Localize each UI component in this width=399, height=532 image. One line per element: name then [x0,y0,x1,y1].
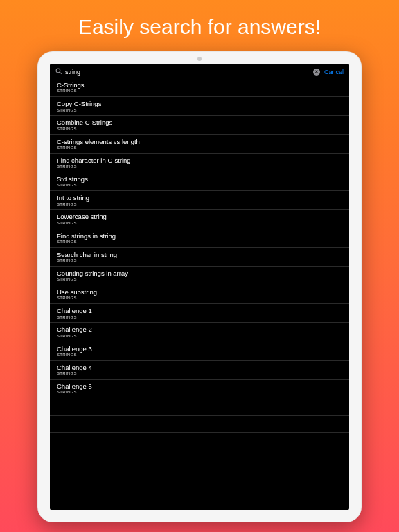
svg-line-1 [60,72,61,73]
list-item-title: Std strings [57,175,342,183]
list-item-empty [50,433,349,450]
list-item[interactable]: C-strings elements vs lengthSTRINGS [50,135,349,154]
list-item-subtitle: STRINGS [57,315,342,321]
cancel-button[interactable]: Cancel [324,69,344,76]
list-item[interactable]: Search char in stringSTRINGS [50,248,349,267]
list-item-title: Find character in C-string [57,157,342,164]
search-icon [55,68,62,76]
list-item-subtitle: STRINGS [57,145,342,151]
list-item-subtitle: STRINGS [57,164,342,170]
list-item-subtitle: STRINGS [57,353,342,358]
app-screen: ✕ Cancel C-StringsSTRINGSCopy C-StringsS… [50,64,349,510]
list-item-title: Search char in string [57,251,342,258]
list-item[interactable]: Int to stringSTRINGS [50,191,349,210]
list-item-title: Challenge 5 [57,382,342,390]
list-item-subtitle: STRINGS [57,371,342,377]
list-item-title: Int to string [57,194,342,202]
list-item-subtitle: STRINGS [57,240,342,245]
list-item[interactable]: Challenge 1STRINGS [50,304,349,323]
list-item[interactable]: Find character in C-stringSTRINGS [50,154,349,172]
promo-headline: Easily search for answers! [0,0,399,51]
list-item-subtitle: STRINGS [57,108,342,114]
list-item[interactable]: Std stringsSTRINGS [50,172,349,191]
list-item-subtitle: STRINGS [57,334,342,339]
list-item-title: Counting strings in array [57,269,342,277]
list-item-subtitle: STRINGS [57,277,342,283]
list-item[interactable]: Challenge 2STRINGS [50,323,349,342]
list-item-title: Challenge 2 [57,326,342,333]
clear-search-icon[interactable]: ✕ [313,69,320,76]
list-item-subtitle: STRINGS [57,183,342,188]
list-item[interactable]: Challenge 5STRINGS [50,380,349,398]
list-item-title: Challenge 3 [57,345,342,353]
list-item-title: C-strings elements vs length [57,138,342,145]
list-item-title: Combine C-Strings [57,118,342,126]
device-frame: ✕ Cancel C-StringsSTRINGSCopy C-StringsS… [37,51,362,522]
list-item[interactable]: Lowercase stringSTRINGS [50,210,349,229]
list-item-subtitle: STRINGS [57,202,342,208]
list-item-empty [50,416,349,433]
list-item-title: C-Strings [57,81,342,89]
list-item-title: Find strings in string [57,232,342,240]
list-item-subtitle: STRINGS [57,390,342,396]
list-item-title: Copy C-Strings [57,100,342,107]
list-item-title: Lowercase string [57,213,342,220]
list-item[interactable]: C-StringsSTRINGS [50,78,349,97]
list-item[interactable]: Challenge 3STRINGS [50,342,349,361]
list-item[interactable]: Combine C-StringsSTRINGS [50,116,349,134]
list-item-subtitle: STRINGS [57,127,342,132]
list-item[interactable]: Use substringSTRINGS [50,285,349,304]
list-item[interactable]: Find strings in stringSTRINGS [50,229,349,248]
list-item[interactable]: Challenge 4STRINGS [50,361,349,380]
list-item-subtitle: STRINGS [57,89,342,94]
search-input[interactable] [65,69,310,76]
search-bar: ✕ Cancel [50,64,349,78]
list-item-title: Use substring [57,288,342,296]
list-item-title: Challenge 1 [57,307,342,314]
list-item-subtitle: STRINGS [57,221,342,227]
list-item-title: Challenge 4 [57,364,342,371]
list-item[interactable]: Counting strings in arraySTRINGS [50,267,349,285]
list-item[interactable]: Copy C-StringsSTRINGS [50,97,349,116]
list-item-subtitle: STRINGS [57,296,342,301]
search-field[interactable]: ✕ [55,68,320,76]
results-list: C-StringsSTRINGSCopy C-StringsSTRINGSCom… [50,78,349,510]
list-item-subtitle: STRINGS [57,258,342,264]
list-item-empty [50,398,349,416]
